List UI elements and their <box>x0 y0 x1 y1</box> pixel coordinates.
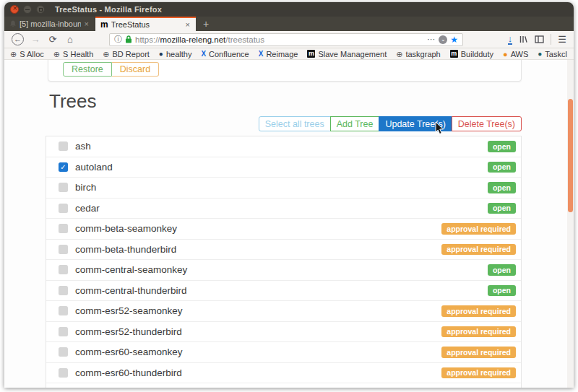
globe-icon: ⊕ <box>53 51 60 58</box>
action-delete-tree-s[interactable]: Delete Tree(s) <box>452 116 522 131</box>
bookmark-label: Confluence <box>209 50 249 58</box>
tree-name: ash <box>75 141 91 152</box>
forward-button[interactable]: → <box>28 32 43 47</box>
home-button[interactable]: ⌂ <box>63 32 77 47</box>
status-badge: open <box>488 264 516 276</box>
bookmark-label: Reimage <box>266 50 298 58</box>
window-titlebar[interactable]: TreeStatus - Mozilla Firefox <box>4 2 574 17</box>
tree-row-birch: birchopen <box>46 178 521 199</box>
tree-checkbox[interactable] <box>59 204 68 213</box>
page-scrollbar[interactable] <box>567 60 574 388</box>
tree-checkbox[interactable] <box>59 245 68 254</box>
bookmark-s-health[interactable]: ⊕S Health <box>53 50 93 58</box>
tree-checkbox[interactable] <box>59 265 68 274</box>
bell-icon <box>9 20 17 27</box>
tree-checkbox[interactable] <box>59 368 68 378</box>
lock-icon <box>125 35 132 43</box>
bookmark-reimage[interactable]: XReimage <box>259 50 298 58</box>
downloads-icon[interactable]: ↓ <box>508 35 513 45</box>
tree-row-comm-esr60-seamonkey: comm-esr60-seamonkeyapproval required <box>46 342 521 363</box>
tree-checkbox[interactable] <box>59 306 68 315</box>
tree-row-comm-central-thunderbird: comm-central-thunderbirdopen <box>46 281 521 302</box>
status-badge: open <box>488 141 516 152</box>
back-button[interactable]: ← <box>12 33 24 45</box>
window-title: TreeStatus - Mozilla Firefox <box>55 5 162 14</box>
tab-mozilla-inbound[interactable]: [5] mozilla-inbound × <box>4 17 95 31</box>
tab-close-icon[interactable]: × <box>84 19 90 28</box>
tree-name: comm-esr60-seamonkey <box>75 347 183 357</box>
dark-circle-icon: ● <box>159 51 163 58</box>
tree-checkbox[interactable] <box>59 286 68 295</box>
browser-window: TreeStatus - Mozilla Firefox [5] mozilla… <box>4 2 574 388</box>
tree-checkbox[interactable]: ✓ <box>59 162 68 172</box>
discard-button[interactable]: Discard <box>112 62 159 77</box>
tree-row-autoland: ✓autolandopen <box>46 157 521 178</box>
bookmarks-bar-items: ⊕S Alloc⊕S Health⊕BD Report●healthyXConf… <box>10 50 574 58</box>
aws-icon: ● <box>503 51 508 58</box>
bookmark-label: S Alloc <box>20 50 44 58</box>
bookmark-taskcl[interactable]: ●Taskcl <box>538 50 567 58</box>
window-maximize-button[interactable] <box>36 5 45 14</box>
tab-bar: [5] mozilla-inbound × m TreeStatus × + <box>4 17 574 31</box>
tree-checkbox[interactable] <box>59 224 68 233</box>
action-select-all-trees[interactable]: Select all trees <box>259 116 331 131</box>
bookmark-label: Taskcl <box>545 50 567 58</box>
page-actions-icon[interactable]: ⋯ <box>427 35 436 44</box>
blue-x-icon: X <box>259 51 264 58</box>
bookmark-bd-report[interactable]: ⊕BD Report <box>103 50 150 58</box>
status-badge: approval required <box>441 244 516 256</box>
tree-row-ash: ashopen <box>46 136 521 157</box>
tree-row-comm-esr52-thunderbird: comm-esr52-thunderbirdapproval required <box>46 322 521 343</box>
status-badge: open <box>488 162 516 173</box>
bookmark-s-alloc[interactable]: ⊕S Alloc <box>10 50 44 58</box>
bookmark-confluence[interactable]: XConfluence <box>201 50 249 58</box>
action-add-tree[interactable]: Add Tree <box>330 116 380 131</box>
window-minimize-button[interactable] <box>23 5 32 14</box>
tree-name: cedar <box>75 203 100 214</box>
bookmark-label: AWS <box>511 50 529 58</box>
tab-close-icon[interactable]: × <box>185 20 191 29</box>
toolbar-divider <box>551 34 551 45</box>
status-badge: approval required <box>441 367 516 379</box>
tree-checkbox[interactable] <box>59 347 68 357</box>
menu-icon[interactable]: ☰ <box>558 34 566 45</box>
sidebar-icon[interactable] <box>535 35 544 44</box>
scrollbar-thumb[interactable] <box>568 99 573 212</box>
globe-icon: ⊕ <box>396 51 402 58</box>
tree-name: comm-esr52-seamonkey <box>75 305 183 316</box>
url-text[interactable]: https://mozilla-releng.net/treestatus <box>135 35 424 44</box>
m-icon: m <box>450 50 458 58</box>
tab-label: [5] mozilla-inbound <box>20 19 81 28</box>
tree-checkbox[interactable] <box>59 141 68 151</box>
status-badge: approval required <box>441 305 516 317</box>
bookmark-healthy[interactable]: ●healthy <box>159 50 192 58</box>
bookmark-label: taskgraph <box>405 50 440 58</box>
address-bar[interactable]: ⓘ https://mozilla-releng.net/treestatus … <box>109 33 463 46</box>
m-icon: m <box>307 50 315 58</box>
toolbar-right-icons: ↓ ☰ <box>508 34 566 45</box>
globe-icon: ⊕ <box>10 51 17 58</box>
tree-checkbox[interactable] <box>59 183 68 192</box>
bookmark-buildduty[interactable]: mBuildduty <box>450 50 493 58</box>
tab-label: TreeStatus <box>111 20 182 29</box>
new-tab-button[interactable]: + <box>196 17 216 31</box>
bookmark-aws[interactable]: ●AWS <box>503 50 528 58</box>
tab-treestatus[interactable]: m TreeStatus × <box>95 17 196 31</box>
bookmark-label: Buildduty <box>461 50 493 58</box>
window-close-button[interactable] <box>10 5 19 14</box>
tree-row-partial: approval required <box>46 383 521 388</box>
bookmark-slave-management[interactable]: mSlave Management <box>307 50 387 58</box>
site-info-icon[interactable]: ⓘ <box>114 34 122 45</box>
refresh-button[interactable]: ⟳ <box>46 32 60 47</box>
teal-circle-icon: ● <box>538 51 542 58</box>
restore-discard-group: Restore Discard <box>63 62 159 77</box>
pocket-icon[interactable]: ⌄ <box>439 35 447 44</box>
status-badge: approval required <box>441 347 516 358</box>
bookmark-taskgraph[interactable]: ⊕taskgraph <box>396 50 441 58</box>
restore-button[interactable]: Restore <box>63 62 112 77</box>
bookmark-star-icon[interactable]: ★ <box>450 35 458 45</box>
tree-row-comm-central-seamonkey: comm-central-seamonkeyopen <box>46 260 521 281</box>
library-icon[interactable] <box>519 35 528 44</box>
tree-name: comm-central-thunderbird <box>75 285 187 296</box>
tree-checkbox[interactable] <box>59 327 68 336</box>
